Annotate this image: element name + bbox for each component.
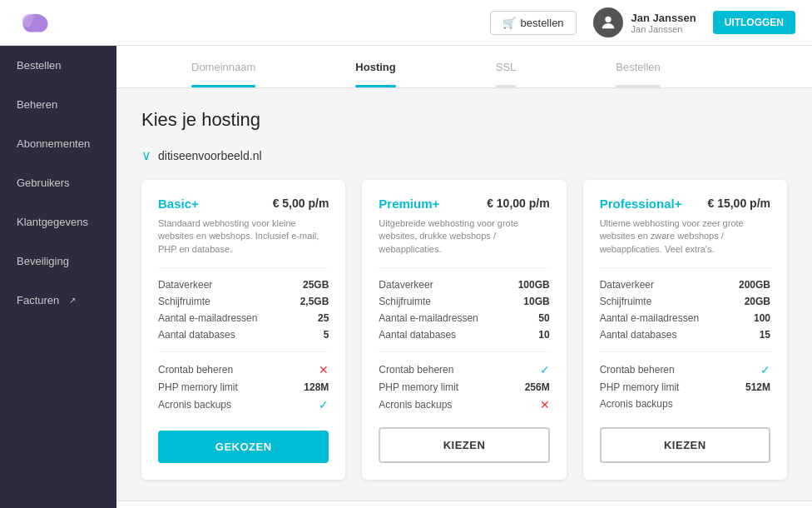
feature-label: Crontab beheren — [158, 364, 233, 376]
feature-value: 256M — [525, 381, 550, 393]
feature-row: PHP memory limit 256M — [379, 379, 549, 396]
spec-label: Dataverkeer — [158, 279, 212, 291]
sidebar-label-klantgegevens: Klantgegevens — [17, 216, 88, 228]
feature-row: Acronis backups ✓ — [158, 396, 329, 414]
user-sub: Jan Janssen — [631, 24, 696, 34]
spec-value: 10GB — [523, 296, 549, 307]
step-bestellen[interactable]: Bestellen — [566, 46, 710, 87]
domain-name: ditiseenvoorbeeld.nl — [158, 149, 262, 162]
plan-professional: Professional+ € 15,00 p/m Ultieme webhos… — [583, 180, 787, 480]
feature-row: Crontab beheren ✕ — [158, 361, 329, 379]
feature-label: Acronis backups — [158, 399, 231, 411]
spec-row: Aantal e-mailadressen 50 — [379, 310, 549, 326]
sidebar-item-abonnementen[interactable]: Abonnementen — [0, 124, 116, 163]
user-name-block: Jan Janssen Jan Janssen — [631, 12, 696, 34]
step-domeinnaam[interactable]: Domeinnaam — [141, 46, 305, 87]
feature-row: PHP memory limit 128M — [158, 379, 329, 396]
spec-row: Aantal e-mailadressen 100 — [600, 310, 770, 326]
spec-row: Dataverkeer 200GB — [600, 276, 770, 293]
spec-row: Aantal databases 10 — [379, 326, 549, 343]
feature-row: Acronis backups ✕ — [379, 396, 549, 414]
feature-value: 128M — [304, 381, 329, 393]
plan-name-professional: Professional+ — [600, 197, 682, 211]
header: 🛒 bestellen Jan Janssen Jan Janssen UITL… — [0, 0, 812, 46]
card-specs-basic: Dataverkeer 25GB Schijfruimte 2,5GB Aant… — [158, 267, 329, 343]
plan-price-premium: € 10,00 p/m — [487, 197, 550, 210]
spec-row: Schijfruimte 10GB — [379, 293, 549, 310]
sidebar-item-klantgegevens[interactable]: Klantgegevens — [0, 202, 116, 242]
step-ssl[interactable]: SSL — [446, 46, 567, 87]
page-title: Kies je hosting — [141, 109, 787, 131]
cart-label: bestellen — [521, 17, 564, 29]
spec-label: Schijfruimte — [379, 296, 431, 307]
spec-value: 5 — [324, 329, 329, 341]
spec-value: 200GB — [739, 279, 770, 291]
spec-label: Schijfruimte — [600, 296, 652, 307]
plan-price-professional: € 15,00 p/m — [707, 197, 770, 210]
logo[interactable] — [17, 6, 58, 39]
sidebar-item-gebruikers[interactable]: Gebruikers — [0, 163, 116, 202]
sidebar-item-bestellen[interactable]: Bestellen — [0, 46, 116, 85]
steps-bar: Domeinnaam Hosting SSL Bestellen — [116, 46, 812, 88]
card-specs-professional: Dataverkeer 200GB Schijfruimte 20GB Aant… — [600, 267, 770, 343]
check-icon: ✓ — [760, 363, 770, 376]
plan-basic: Basic+ € 5,00 p/m Standaard webhosting v… — [141, 180, 345, 480]
feature-label: PHP memory limit — [379, 381, 458, 393]
feature-label: Acronis backups — [600, 398, 673, 410]
plan-button-premium[interactable]: KIEZEN — [379, 427, 549, 463]
step-label-domeinnaam: Domeinnaam — [191, 61, 255, 73]
step-underline-ssl — [496, 85, 517, 87]
spec-value: 15 — [760, 329, 770, 341]
logout-button[interactable]: UITLOGGEN — [713, 11, 795, 34]
card-features-premium: Crontab beheren ✓ PHP memory limit 256M … — [379, 351, 549, 414]
feature-label: Acronis backups — [379, 399, 452, 411]
sidebar-item-beveiliging[interactable]: Beveiliging — [0, 242, 116, 281]
sidebar: Bestellen Beheren Abonnementen Gebruiker… — [0, 46, 116, 508]
spec-label: Aantal databases — [379, 329, 456, 341]
spec-label: Dataverkeer — [379, 279, 433, 291]
card-specs-premium: Dataverkeer 100GB Schijfruimte 10GB Aant… — [379, 267, 549, 343]
step-underline-bestellen — [616, 85, 660, 87]
card-header-professional: Professional+ € 15,00 p/m — [600, 197, 770, 211]
spec-value: 2,5GB — [300, 296, 329, 307]
step-underline-domeinnaam — [191, 85, 255, 87]
step-underline-hosting — [355, 85, 395, 87]
spec-row: Schijfruimte 20GB — [600, 293, 770, 310]
domain-section: ∨ ditiseenvoorbeeld.nl — [141, 147, 787, 163]
header-right: 🛒 bestellen Jan Janssen Jan Janssen UITL… — [490, 7, 795, 37]
plan-name-premium: Premium+ — [379, 197, 439, 211]
spec-label: Aantal databases — [158, 329, 235, 341]
spec-row: Dataverkeer 100GB — [379, 276, 549, 293]
sidebar-label-facturen: Facturen — [17, 294, 59, 306]
spec-row: Schijfruimte 2,5GB — [158, 293, 329, 310]
step-label-hosting: Hosting — [355, 61, 395, 73]
step-hosting[interactable]: Hosting — [305, 46, 445, 87]
cart-button[interactable]: 🛒 bestellen — [490, 11, 577, 35]
spec-value: 10 — [538, 329, 549, 341]
plan-desc-premium: Uitgebreide webhosting voor grote websit… — [379, 217, 549, 256]
feature-row: Crontab beheren ✓ — [600, 361, 770, 379]
feature-row: PHP memory limit 512M — [600, 379, 770, 396]
feature-row: Crontab beheren ✓ — [379, 361, 549, 379]
cross-icon: ✕ — [319, 363, 329, 376]
card-header-basic: Basic+ € 5,00 p/m — [158, 197, 329, 211]
plan-button-professional[interactable]: KIEZEN — [600, 427, 770, 463]
plan-price-basic: € 5,00 p/m — [273, 197, 329, 210]
plan-button-basic[interactable]: GEKOZEN — [158, 431, 329, 463]
external-link-icon: ↗ — [69, 296, 76, 305]
step-label-bestellen: Bestellen — [616, 61, 660, 73]
sidebar-item-facturen[interactable]: Facturen ↗ — [0, 281, 116, 320]
domain-toggle[interactable]: ∨ ditiseenvoorbeeld.nl — [141, 147, 787, 163]
content-area: Kies je hosting ∨ ditiseenvoorbeeld.nl B… — [116, 88, 812, 501]
user-name: Jan Janssen — [631, 12, 696, 24]
chevron-down-icon: ∨ — [141, 147, 151, 163]
cross-icon: ✕ — [540, 398, 550, 411]
plans-cards: Basic+ € 5,00 p/m Standaard webhosting v… — [141, 180, 787, 480]
card-header-premium: Premium+ € 10,00 p/m — [379, 197, 549, 211]
feature-label: PHP memory limit — [158, 381, 238, 393]
sidebar-item-beheren[interactable]: Beheren — [0, 85, 116, 124]
sidebar-label-bestellen: Bestellen — [17, 59, 61, 72]
plan-premium: Premium+ € 10,00 p/m Uitgebreide webhost… — [362, 180, 566, 480]
plan-desc-basic: Standaard webhosting voor kleine website… — [158, 217, 329, 256]
spec-label: Dataverkeer — [600, 279, 654, 291]
